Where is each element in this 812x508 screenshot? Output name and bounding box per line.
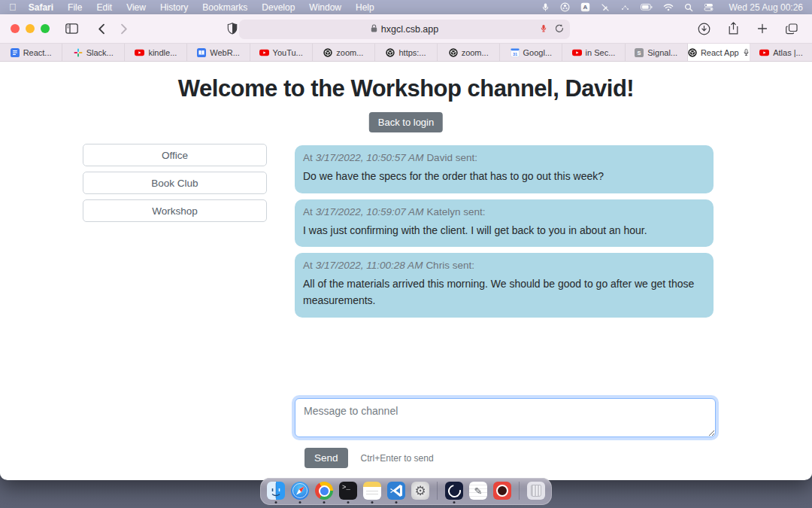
tab-label: Googl... (523, 48, 553, 57)
menubar-clock[interactable]: Wed 25 Aug 00:26 (729, 2, 803, 13)
microphone-icon[interactable] (541, 2, 550, 12)
apple-menu-icon[interactable]:  (9, 0, 17, 14)
menu-history[interactable]: History (160, 2, 188, 13)
dock-textedit-icon[interactable]: ✎ (469, 482, 487, 500)
menu-file[interactable]: File (68, 2, 82, 13)
page-content: Welcome to the Workshop channel, David! … (0, 62, 812, 479)
dock-trash-icon[interactable] (527, 482, 545, 500)
tab-label: WebR... (210, 48, 240, 57)
youtube-icon (759, 48, 769, 57)
dock-divider (519, 482, 520, 500)
dock-safari-icon[interactable] (291, 482, 309, 500)
wifi-icon[interactable] (663, 3, 674, 11)
tab-zoom-2[interactable]: zoom... (438, 44, 500, 61)
tab-react-app-active[interactable]: React App (688, 44, 750, 61)
menu-edit[interactable]: Edit (96, 2, 112, 13)
desktop:  Safari File Edit View History Bookmark… (0, 0, 812, 508)
dock-system-preferences-icon[interactable]: ⚙ (411, 482, 429, 500)
dock-terminal-icon[interactable]: >_ (339, 482, 357, 500)
close-window-button[interactable] (11, 24, 20, 33)
microphone-active-icon[interactable] (540, 23, 547, 35)
message-text: Do we have the specs for the order that … (303, 169, 705, 185)
send-button[interactable]: Send (304, 448, 348, 468)
message-text: I was just confirming with the client. I… (303, 223, 705, 239)
tab-overview-icon[interactable] (782, 19, 801, 38)
download-icon[interactable] (694, 19, 714, 38)
channel-button-office[interactable]: Office (83, 144, 267, 166)
tab-label: zoom... (462, 48, 489, 57)
tab-webrtc[interactable]: WebR... (187, 44, 250, 61)
safari-window: hxgcl.csb.app React... Slack... kindle..… (0, 14, 812, 480)
message-timestamp: 3/17/2022, 11:00:28 AM (316, 260, 423, 271)
tab-youtube[interactable]: YouTu... (250, 44, 313, 61)
toolbar-actions (694, 19, 801, 38)
battery-icon[interactable] (641, 3, 653, 11)
tab-signal[interactable]: SSignal... (626, 44, 688, 61)
back-icon[interactable] (92, 19, 111, 38)
tab-google-calendar[interactable]: 31Googl... (500, 44, 562, 61)
book-icon (197, 48, 206, 57)
channel-list: Office Book Club Workshop (83, 144, 267, 222)
address-bar[interactable]: hxgcl.csb.app (239, 20, 570, 39)
channel-button-workshop[interactable]: Workshop (83, 199, 267, 222)
address-url: hxgcl.csb.app (381, 24, 438, 35)
dock-photo-booth-icon[interactable] (493, 482, 511, 500)
send-hint: Ctrl+Enter to send (361, 453, 434, 464)
tab-zoom-1[interactable]: zoom... (313, 44, 375, 61)
svg-text:A: A (583, 4, 588, 11)
codesandbox-icon (323, 48, 332, 57)
codesandbox-icon (386, 48, 395, 57)
message-meta: At3/17/2022, 11:00:28 AMChris sent: (303, 260, 705, 271)
pen-disabled-icon[interactable] (601, 3, 610, 12)
menu-window[interactable]: Window (309, 2, 341, 13)
share-icon[interactable] (723, 19, 743, 38)
menubar-status-icons: A Wed 25 Aug 00:26 (541, 2, 803, 13)
dock-obs-icon[interactable] (445, 482, 463, 500)
message-sender: Katelyn sent: (426, 206, 485, 217)
tab-label: Atlas |... (773, 48, 803, 57)
spotlight-icon[interactable] (684, 3, 693, 12)
sidebar-icon[interactable] (62, 19, 81, 38)
dock-finder-icon[interactable] (267, 482, 285, 500)
svg-text:S: S (638, 50, 641, 56)
tab-react-docs[interactable]: React... (0, 44, 62, 61)
dock-chrome-icon[interactable] (315, 482, 333, 500)
message-list: At3/17/2022, 10:50:57 AMDavid sent: Do w… (295, 145, 714, 318)
message-meta: At3/17/2022, 10:59:07 AMKatelyn sent: (303, 206, 705, 217)
reload-icon[interactable] (555, 23, 564, 35)
zoom-window-button[interactable] (41, 24, 50, 33)
menu-view[interactable]: View (126, 2, 146, 13)
menu-help[interactable]: Help (356, 2, 374, 13)
dock-vscode-icon[interactable] (387, 482, 405, 500)
back-to-login-button[interactable]: Back to login (369, 112, 443, 132)
keyboard-backlight-icon[interactable] (620, 3, 630, 11)
tab-slack[interactable]: Slack... (62, 44, 125, 61)
control-center-icon[interactable] (704, 3, 714, 11)
message-bubble: At3/17/2022, 10:59:07 AMKatelyn sent: I … (295, 199, 714, 248)
tab-label: React... (23, 48, 52, 57)
codesandbox-icon (449, 48, 458, 57)
composer (295, 398, 716, 440)
message-bubble: At3/17/2022, 10:50:57 AMDavid sent: Do w… (295, 145, 714, 193)
input-source-icon[interactable]: A (580, 2, 590, 12)
menu-bookmarks[interactable]: Bookmarks (202, 2, 247, 13)
message-meta: At3/17/2022, 10:50:57 AMDavid sent: (303, 152, 705, 163)
tab-atlas[interactable]: Atlas |... (750, 44, 812, 61)
dock-notes-icon[interactable] (363, 482, 381, 500)
screen-record-icon[interactable] (560, 2, 570, 12)
channel-button-book-club[interactable]: Book Club (83, 172, 267, 194)
tab-label: Slack... (86, 48, 114, 57)
tab-in-sec[interactable]: in Sec... (562, 44, 625, 61)
tab-https[interactable]: https:... (375, 44, 438, 61)
new-tab-icon[interactable] (753, 19, 772, 38)
message-input[interactable] (295, 398, 716, 437)
tab-kindle[interactable]: kindle... (125, 44, 187, 61)
tab-label: https:... (398, 48, 426, 57)
message-text: All of the materials arrived this mornin… (303, 276, 705, 309)
minimize-window-button[interactable] (26, 24, 35, 33)
tab-microphone-icon (743, 48, 750, 56)
forward-icon[interactable] (114, 19, 134, 38)
menu-develop[interactable]: Develop (262, 2, 295, 13)
youtube-icon (259, 48, 269, 57)
menu-safari[interactable]: Safari (29, 2, 53, 13)
